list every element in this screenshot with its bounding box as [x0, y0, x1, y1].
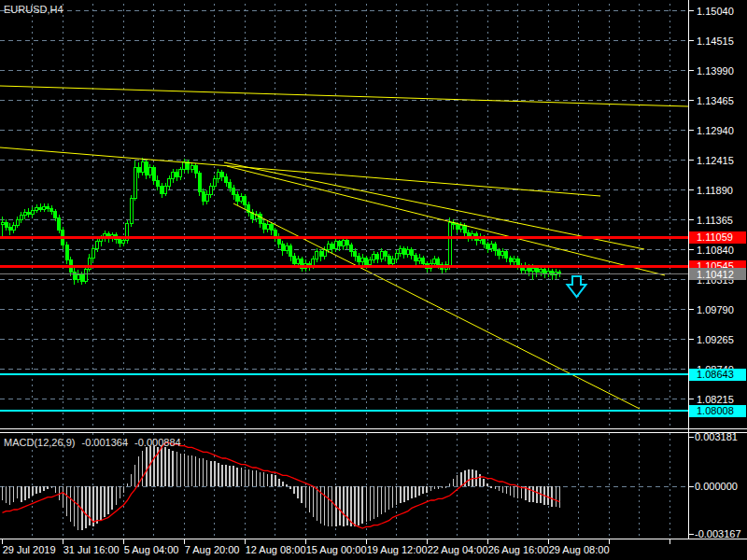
candle-body — [198, 174, 201, 192]
price-label: 1.13990 — [697, 65, 734, 77]
candle-body — [12, 225, 15, 230]
candle-body — [35, 207, 38, 210]
macd-histogram-bar — [354, 486, 356, 526]
macd-histogram-bar — [499, 486, 500, 491]
macd-histogram-bar — [43, 486, 45, 491]
macd-histogram-bar — [331, 486, 333, 526]
macd-histogram-bar — [245, 469, 247, 486]
candle-body — [229, 183, 232, 189]
price-label: 1.10840 — [697, 245, 734, 256]
macd-histogram-bar — [381, 486, 383, 514]
candle-body — [391, 259, 394, 263]
macd-histogram-bar — [195, 456, 197, 486]
macd-histogram-bar — [551, 486, 553, 507]
macd-histogram-bar — [104, 486, 106, 517]
candle-body — [31, 210, 34, 214]
candle-body — [490, 244, 493, 248]
macd-histogram-bar — [536, 486, 538, 503]
macd-histogram-bar — [514, 486, 515, 497]
macd-histogram-bar — [32, 486, 34, 496]
candle-body — [422, 258, 425, 263]
price-label: 1.11365 — [697, 215, 733, 226]
trendlines[interactable] — [0, 86, 688, 409]
candle-body — [531, 268, 534, 272]
macd-histogram-bar — [385, 486, 387, 512]
macd-histogram-bar — [313, 486, 315, 517]
macd-histogram-bar — [486, 483, 488, 486]
candle-body — [141, 162, 144, 173]
candle-body — [297, 259, 300, 263]
price-level-badge-label: 1.10412 — [697, 269, 734, 280]
candle-body — [145, 162, 148, 175]
macd-histogram-bar — [100, 486, 102, 521]
macd-histogram-bar — [74, 486, 76, 526]
macd-histogram-bar — [248, 469, 250, 486]
macd-histogram-bar — [374, 486, 375, 519]
candle-body — [262, 223, 265, 229]
macd-histogram-bar — [479, 474, 481, 486]
candle-body — [505, 252, 508, 258]
chart-canvas[interactable]: 1.150401.145151.139901.134651.129401.124… — [0, 0, 747, 560]
candle-body — [418, 258, 421, 261]
macd-histogram-bar — [203, 458, 204, 486]
macd-histogram-bar — [233, 466, 234, 486]
candle-body — [551, 271, 554, 275]
candle-body — [27, 212, 30, 214]
price-level-badge-label: 1.11059 — [697, 231, 733, 243]
macd-histogram-bar — [78, 486, 79, 530]
price-label: 1.14515 — [697, 35, 734, 47]
candle-body — [342, 241, 345, 246]
macd-histogram-bar — [483, 479, 485, 486]
candle-body — [84, 269, 87, 281]
candle-body — [176, 173, 178, 177]
macd-histogram-bar — [339, 486, 341, 525]
candle-body — [501, 252, 504, 256]
candle-body — [179, 170, 182, 177]
macd-histogram-bar — [168, 449, 170, 486]
horizontal-levels[interactable] — [0, 237, 688, 411]
price-scale[interactable]: 1.150401.145151.139901.134651.129401.124… — [688, 6, 746, 540]
macd-histogram-bar — [184, 454, 186, 486]
macd-histogram-bar — [324, 486, 326, 525]
macd-histogram-bar — [305, 486, 307, 508]
macd-histogram-bar — [51, 486, 53, 488]
candle-body — [50, 208, 53, 211]
candle-body — [463, 226, 466, 232]
macd-histogram-bar — [6, 486, 7, 503]
time-label: 7 Aug 20:00 — [185, 544, 240, 555]
macd-histogram-bar — [453, 479, 455, 486]
macd-histogram-bar — [442, 486, 444, 488]
candle-body — [137, 168, 140, 173]
candle-body — [373, 254, 375, 259]
macd-histogram-bar — [85, 486, 87, 528]
macd-histogram-bar — [366, 486, 368, 522]
trendline[interactable] — [0, 147, 600, 196]
macd-histogram-bar — [131, 474, 133, 486]
macd-histogram-bar — [407, 486, 409, 500]
macd-histogram-bar — [434, 486, 436, 489]
candle-body — [23, 212, 26, 216]
candle-body — [547, 271, 550, 273]
macd-histogram-bar — [218, 463, 219, 486]
macd-histogram-bar — [180, 454, 182, 486]
macd-histogram-bar — [343, 486, 345, 526]
macd-histogram-bar — [282, 482, 284, 486]
macd-histogram-bar — [134, 465, 136, 486]
candle-body — [5, 222, 7, 227]
macd-name: MACD(12,26,9) — [4, 437, 75, 448]
macd-histogram-bar — [17, 486, 19, 498]
candle-body — [43, 206, 46, 209]
macd-histogram-bar — [297, 486, 299, 498]
macd-histogram-bar — [358, 486, 359, 525]
time-scale[interactable]: 29 Jul 201931 Jul 16:005 Aug 04:007 Aug … — [3, 539, 670, 555]
candle-body — [316, 252, 318, 259]
candle-body — [437, 259, 440, 264]
trendline[interactable] — [0, 86, 688, 106]
candle-body — [361, 258, 364, 262]
candle-body — [20, 216, 22, 220]
macd-histogram-bar — [388, 486, 390, 510]
macd-histogram-bar — [556, 486, 557, 507]
candle-body — [388, 257, 390, 263]
macd-histogram-bar — [142, 451, 144, 486]
candle-body — [225, 176, 228, 182]
